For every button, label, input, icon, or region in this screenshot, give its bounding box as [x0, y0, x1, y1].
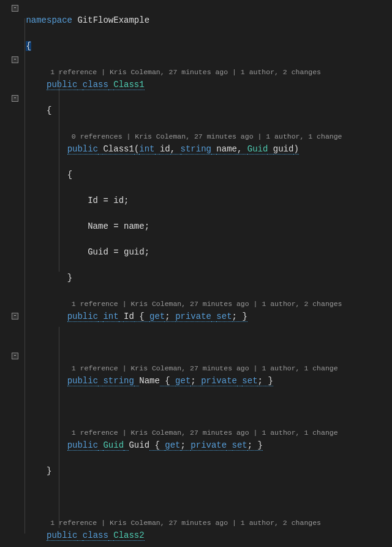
keyword-get: get [175, 376, 190, 386]
param-name: guid [273, 144, 294, 155]
ctor1-open: { [21, 169, 392, 182]
codelens-prop-guid1[interactable]: 1 reference | Kris Coleman, 27 minutes a… [21, 426, 338, 439]
blank-line [21, 491, 392, 503]
prop-id1: public int Id { get; private set; } [21, 310, 392, 323]
prop-name: Name [139, 376, 160, 386]
open-brace: { [21, 40, 392, 53]
keyword-public: public [67, 312, 98, 322]
keyword-public: public [47, 80, 77, 90]
prop-type: string [103, 376, 134, 386]
prop-type: Guid [103, 440, 124, 451]
prop-name1: public string Name { get; private set; } [21, 375, 392, 388]
indent-guide [59, 71, 59, 272]
fold-ctor2-icon[interactable]: - [12, 353, 18, 359]
keyword-namespace: namespace [26, 15, 72, 25]
fold-class2-icon[interactable]: - [12, 313, 18, 319]
keyword-public: public [67, 440, 98, 451]
class-name: Class2 [113, 530, 144, 541]
codelens-class1[interactable]: 1 reference | Kris Coleman, 27 minutes a… [21, 66, 321, 78]
keyword-public: public [67, 144, 98, 155]
class1-decl: public class Class1 [21, 78, 392, 91]
ctor1-decl: public Class1(int id, string name, Guid … [21, 143, 392, 156]
keyword-class: class [83, 80, 108, 90]
codelens-class2[interactable]: 1 reference | Kris Coleman, 27 minutes a… [21, 516, 321, 529]
param-type: int [139, 144, 154, 155]
param-type: Guid [247, 144, 268, 155]
namespace-line: namespace GitFlowExample [21, 14, 392, 27]
ctor1-body2: Name = name; [21, 220, 392, 233]
codelens-prop-name1[interactable]: 1 reference | Kris Coleman, 27 minutes a… [21, 362, 338, 375]
fold-gutter: - - - - - [0, 0, 21, 547]
param-name: id [160, 144, 170, 155]
blank-line [21, 336, 392, 349]
param-name: name [216, 144, 237, 155]
keyword-get: get [149, 312, 165, 322]
ctor1-body3: Guid = guid; [21, 246, 392, 259]
keyword-set: set [216, 312, 232, 322]
keyword-public: public [67, 376, 98, 386]
class-name: Class1 [113, 80, 144, 90]
param-type: string [181, 144, 211, 155]
fold-ctor1-icon[interactable]: - [12, 95, 18, 102]
ctor1-body1: Id = id; [21, 194, 392, 207]
fold-class1-icon[interactable]: - [12, 56, 18, 63]
codelens-ctor1[interactable]: 0 references | Kris Coleman, 27 minutes … [21, 130, 342, 143]
prop-name: Guid [129, 440, 149, 450]
keyword-private: private [190, 440, 227, 451]
keyword-set: set [232, 440, 247, 451]
namespace-identifier: GitFlowExample [77, 15, 149, 25]
ctor1-close: } [21, 272, 392, 285]
keyword-set: set [242, 376, 257, 386]
brace-open: { [26, 41, 31, 51]
indent-guide [59, 327, 59, 528]
codelens-prop-id1[interactable]: 1 reference | Kris Coleman, 27 minutes a… [21, 297, 342, 310]
class1-close: } [21, 465, 392, 478]
prop-type: int [103, 312, 118, 322]
class2-decl: public class Class2 [21, 529, 392, 542]
blank-line [21, 400, 392, 413]
keyword-class: class [83, 530, 108, 541]
indent-guide [24, 18, 25, 534]
keyword-get: get [165, 440, 180, 451]
prop-name: Id [124, 312, 134, 322]
fold-namespace-icon[interactable]: - [12, 5, 18, 12]
keyword-private: private [201, 376, 237, 386]
keyword-private: private [175, 312, 211, 322]
keyword-public: public [47, 530, 77, 541]
class1-open: { [21, 104, 392, 117]
prop-guid1: public Guid Guid { get; private set; } [21, 439, 392, 452]
ctor-name: Class1 [103, 144, 134, 155]
